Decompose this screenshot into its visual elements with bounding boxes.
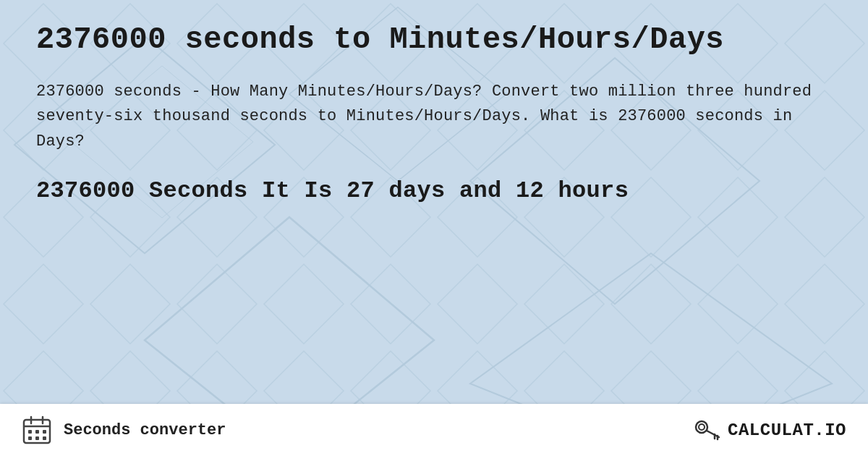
key-icon xyxy=(694,417,720,443)
calculat-logo: CALCULAT.IO xyxy=(728,421,846,440)
svg-rect-21 xyxy=(35,436,39,440)
description-text: 2376000 seconds - How Many Minutes/Hours… xyxy=(36,80,832,153)
footer-bar: Seconds converter CALCULAT.IO xyxy=(0,404,868,456)
svg-rect-20 xyxy=(28,436,32,440)
svg-rect-19 xyxy=(43,430,46,434)
calendar-icon xyxy=(22,415,52,445)
svg-rect-18 xyxy=(35,430,39,434)
svg-rect-17 xyxy=(28,430,32,434)
svg-rect-22 xyxy=(43,436,46,440)
svg-point-23 xyxy=(696,421,707,433)
main-content: 2376000 seconds to Minutes/Hours/Days 23… xyxy=(0,0,868,206)
svg-point-24 xyxy=(699,424,705,430)
footer-right-section: CALCULAT.IO xyxy=(694,417,846,443)
result-text: 2376000 Seconds It Is 27 days and 12 hou… xyxy=(36,176,832,206)
footer-left-section: Seconds converter xyxy=(22,415,226,445)
footer-converter-label: Seconds converter xyxy=(64,421,226,439)
page-title: 2376000 seconds to Minutes/Hours/Days xyxy=(36,22,832,58)
